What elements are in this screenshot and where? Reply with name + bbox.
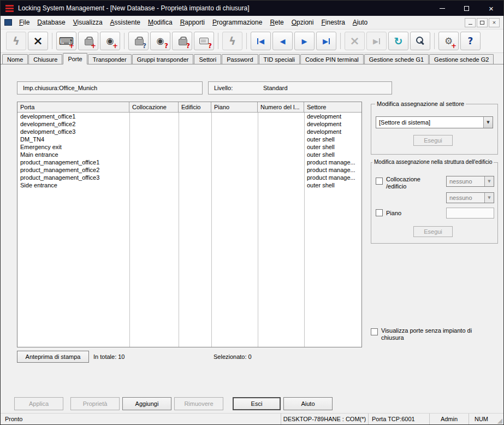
new-lock-button[interactable]: + [78, 32, 98, 50]
print-preview-button[interactable]: Anteprima di stampa [17, 351, 89, 363]
column-header-edificio[interactable]: Edificio [179, 102, 211, 112]
first-record-button[interactable]: ◀ [251, 32, 271, 50]
filter-settings-button[interactable]: ⚙+ [438, 32, 459, 50]
menu-aiuto[interactable]: Aiuto [349, 17, 371, 28]
tab-transponder[interactable]: Transponder [88, 54, 132, 64]
menu-programmazione[interactable]: Programmazione [209, 17, 266, 28]
location-building-checkbox[interactable] [376, 178, 383, 185]
lock-system-label: Imp.chiusura: [17, 85, 59, 91]
table-row[interactable]: product_management_office1product manage… [17, 158, 361, 166]
minimize-icon [469, 24, 472, 25]
tab-codice-pin-terminal[interactable]: Codice PIN terminal [300, 54, 364, 64]
menu-modifica[interactable]: Modifica [144, 17, 176, 28]
column-header-piano[interactable]: Piano [211, 102, 258, 112]
doors-table: Porta Collocazione Edificio Piano Numero… [17, 102, 362, 347]
disconnect-button[interactable]: × [28, 32, 48, 50]
menu-file[interactable]: File [15, 17, 33, 28]
window-title: Locking System Management - [New Databas… [18, 4, 430, 12]
table-row[interactable]: development_office2development [17, 120, 361, 128]
cell-settore: development [304, 121, 361, 127]
table-body: development_office1development developme… [17, 113, 361, 347]
cell-porta: Emergency exit [17, 144, 129, 150]
read-transponder-button[interactable]: ◉? [150, 32, 170, 50]
column-header-settore[interactable]: Settore [304, 102, 361, 112]
new-transponder-button[interactable]: ◉+ [100, 32, 120, 50]
new-locking-system-button[interactable]: ⌨+ [56, 32, 76, 50]
read-lock-radio-button[interactable]: ? [172, 32, 192, 50]
menu-rete[interactable]: Rete [266, 17, 287, 28]
table-row[interactable]: Side entranceouter shell [17, 181, 361, 189]
read-lock-button[interactable]: ? [128, 32, 149, 50]
show-doors-without-system-checkbox[interactable] [371, 328, 378, 335]
app-window: Locking System Management - [New Databas… [0, 0, 504, 425]
column-header-collocazione[interactable]: Collocazione [129, 102, 179, 112]
table-row[interactable]: product_management_office3product manage… [17, 174, 361, 181]
table-row[interactable]: DM_TN4outer shell [17, 135, 361, 143]
main-content: Imp.chiusura: Office_Munich Livello: Sta… [1, 64, 503, 413]
building-structure-group: Modifica assegnazione nella struttura de… [371, 162, 498, 244]
menu-database[interactable]: Database [33, 17, 69, 28]
refresh-button[interactable]: ↻ [388, 32, 408, 50]
remove-button: Rimuovere [174, 397, 223, 410]
mdi-minimize-button[interactable] [465, 18, 476, 27]
tab-tid-speciali[interactable]: TID speciali [259, 54, 300, 64]
tab-porte[interactable]: Porte [63, 53, 87, 64]
sector-dropdown-value: [Settore di sistema] [376, 119, 483, 126]
table-row[interactable]: Emergency exitouter shell [17, 143, 361, 151]
tab-gestione-schede-g1[interactable]: Gestione schede G1 [364, 54, 429, 64]
last-record-button[interactable]: ▶ [316, 32, 336, 50]
add-button[interactable]: Aggiungi [122, 397, 171, 410]
status-ready: Pronto [1, 414, 281, 424]
total-count: In totale: 10 [93, 353, 125, 360]
table-row[interactable]: development_office1development [17, 113, 361, 120]
search-button[interactable] [410, 32, 430, 50]
next-record-button[interactable]: ▶ [294, 32, 315, 50]
menu-opzioni[interactable]: Opzioni [288, 17, 318, 28]
table-row[interactable]: development_office3development [17, 128, 361, 135]
tab-gestione-schede-g2[interactable]: Gestione schede G2 [429, 54, 494, 64]
tab-password[interactable]: Password [222, 54, 258, 64]
maximize-button[interactable] [454, 1, 479, 16]
refresh-icon: ↻ [394, 36, 403, 46]
tab-nome[interactable]: Nome [2, 54, 28, 64]
chevron-down-icon: ▼ [484, 193, 494, 203]
minimize-button[interactable] [430, 1, 454, 16]
menu-finestra[interactable]: Finestra [317, 17, 348, 28]
tab-settori[interactable]: Settori [194, 54, 221, 64]
document-icon[interactable] [4, 19, 12, 26]
lock-system-value: Office_Munich [59, 85, 97, 91]
floor-checkbox[interactable] [376, 209, 383, 216]
add-badge: + [112, 43, 118, 49]
close-button[interactable]: × [479, 1, 503, 16]
tab-gruppi-transponder[interactable]: Gruppi transponder [132, 54, 194, 64]
read-card-button[interactable]: ? [194, 32, 214, 50]
menu-rapporti[interactable]: Rapporti [176, 17, 209, 28]
cell-porta: DM_TN4 [17, 136, 129, 143]
tab-chiusure[interactable]: Chiusure [28, 54, 62, 64]
lock-icon [179, 37, 186, 45]
menu-visualizza[interactable]: Visualizza [69, 17, 106, 28]
titlebar: Locking System Management - [New Databas… [1, 1, 503, 16]
help-button[interactable]: Aiuto [283, 397, 333, 410]
cell-porta: product_management_office1 [17, 159, 129, 166]
column-header-numero[interactable]: Numero del l... [258, 102, 304, 112]
column-header-porta[interactable]: Porta [17, 102, 129, 112]
location-checkbox-label2: /edificio [386, 183, 406, 190]
menu-assistente[interactable]: Assistente [106, 17, 144, 28]
mdi-restore-button[interactable] [477, 18, 488, 27]
help-button[interactable]: ? [460, 32, 481, 50]
exit-button[interactable]: Esci [233, 397, 281, 410]
window-controls: × [430, 1, 503, 16]
cell-porta: development_office1 [17, 113, 129, 120]
level-label: Livello: [209, 85, 263, 91]
close-icon: × [489, 4, 494, 13]
sector-dropdown[interactable]: [Settore di sistema] ▼ [376, 116, 493, 128]
previous-record-button[interactable]: ◀ [272, 32, 293, 50]
resize-grip[interactable]: ◢ [494, 414, 503, 424]
cell-settore: development [304, 113, 361, 120]
app-logo-icon [5, 5, 14, 12]
table-row[interactable]: Main entranceouter shell [17, 151, 361, 158]
question-badge: ? [164, 43, 168, 49]
mdi-close-button[interactable]: × [489, 18, 500, 27]
table-row[interactable]: product_management_office2product manage… [17, 166, 361, 174]
